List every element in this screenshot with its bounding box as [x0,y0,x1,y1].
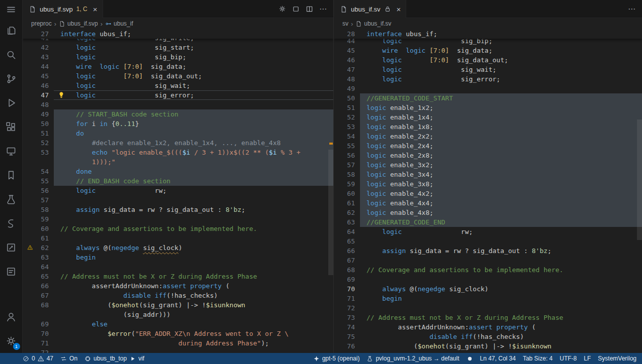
sticky-scroll-line[interactable]: 27interface ubus_if; [23,29,333,39]
line-number[interactable]: 59 [23,214,54,224]
code-line-76[interactable]: 76 ($onehot(sig_grant) |-> !$isunknown [334,341,642,351]
code-line-68[interactable]: 68// Coverage and assertions to be imple… [334,265,642,275]
line-number[interactable]: 66 [334,246,360,256]
line-number[interactable]: 52 [334,112,360,122]
code-line-72[interactable]: 72 [334,303,642,313]
line-number[interactable]: 64 [334,227,360,236]
code-line-55[interactable]: 55logic enable_2x4; [334,141,642,151]
activity-review[interactable] [0,260,23,284]
line-number[interactable]: 42 [23,43,54,52]
activity-edit-session[interactable] [0,235,23,260]
code-line-53[interactable]: 53logic enable_1x8; [334,122,642,132]
code-line-45[interactable]: 45 wire logic [7:0] sig_data; [334,46,642,55]
line-number[interactable]: 61 [23,233,54,243]
more-actions-button[interactable]: ⋯ [628,5,636,14]
line-number[interactable]: 52 [23,138,54,148]
code-area[interactable]: 41 logic sig_write;42 logic sig_start;43… [23,33,333,353]
activity-ribbon[interactable] [0,211,23,235]
close-icon[interactable]: × [397,5,401,14]
scrollbar-thumb[interactable] [637,119,642,240]
code-line-71[interactable]: 71 begin [334,294,642,303]
line-number[interactable] [23,157,54,167]
tab-ubus_if.sv[interactable]: ubus_if.sv × [334,0,406,18]
line-number[interactable]: 72 [23,348,54,353]
code-line-69[interactable]: 69 [334,275,642,284]
line-number[interactable]: 44 [23,62,54,71]
code-line-59[interactable]: 59 [23,214,333,224]
line-number[interactable]: 66 [23,281,54,291]
code-area[interactable]: 44 logic sig_bip;45 wire logic [7:0] sig… [334,36,642,351]
toggle-status-item[interactable]: On [57,353,81,364]
code-line-60[interactable]: 60logic enable_4x2; [334,189,642,198]
line-number[interactable]: 48 [334,74,360,84]
activity-run-and-debug[interactable] [0,91,23,115]
code-line-47[interactable]: 47 logic sig_wait; [334,65,642,74]
line-number[interactable]: 62 [334,208,360,217]
code-line-48[interactable]: 48 logic sig_error; [334,74,642,84]
language-status-item[interactable]: SystemVerilog [594,353,640,364]
code-line-45[interactable]: 45 logic [7:0] sig_data_out; [23,71,333,81]
code-line-70[interactable]: 70 always @(negedge sig_clock) [334,284,642,294]
close-icon[interactable]: × [93,5,98,14]
code-line-wrap[interactable]: (sig_addr))) [23,310,333,319]
line-number[interactable]: 68 [334,265,360,275]
line-number[interactable]: 58 [334,170,360,179]
line-number[interactable]: 63 [23,253,54,262]
scrollbar-thumb[interactable] [328,150,333,275]
line-number[interactable] [23,310,54,319]
activity-settings-gear[interactable]: 1 [0,329,23,353]
line-number[interactable]: 48 [23,100,54,109]
code-line-49[interactable]: 49 [334,84,642,93]
code-line-54[interactable]: 54logic enable_2x2; [334,132,642,141]
code-line-66[interactable]: 66 assign sig_data = rw ? sig_data_out :… [334,246,642,256]
code-line-66[interactable]: 66 assertAddrUnknown:assert property ( [23,281,333,291]
breadcrumb-item[interactable]: ubus_if.svp [59,20,98,27]
code-line-67[interactable]: 67 [334,256,642,265]
activity-account[interactable] [0,305,23,329]
line-number[interactable]: 74 [334,322,360,332]
code-line-50[interactable]: 50//GENERATED_CODE_START [334,93,642,103]
line-number[interactable]: 64 [23,262,54,272]
code-line-59[interactable]: 59logic enable_3x8; [334,179,642,189]
model-status-item[interactable]: gpt-5 (openai) [310,353,363,364]
code-line-72[interactable]: 72 [23,348,333,353]
code-line-73[interactable]: 73// Address must not be X or Z during A… [334,313,642,322]
line-number[interactable]: 49 [23,109,54,119]
code-line-60[interactable]: 60// Coverage and assertions to be imple… [23,224,333,233]
code-line-62[interactable]: 62logic enable_4x8; [334,208,642,217]
code-line-63[interactable]: 63 begin [23,253,333,262]
line-number[interactable]: 58 [23,205,54,214]
code-editor-left[interactable]: 41 logic sig_write;42 logic sig_start;43… [23,29,333,353]
code-line-58[interactable]: 58 assign sig_data = rw ? sig_data_out :… [23,205,333,214]
code-line-71[interactable]: 71 during Address Phase"); [23,338,333,348]
activity-remote-explorer[interactable] [0,139,23,163]
activity-extensions[interactable] [0,115,23,139]
line-number[interactable]: 55 [23,176,54,186]
line-number[interactable]: 69 [334,275,360,284]
tab-ubus_if.svp[interactable]: ubus_if.svp 1, C × [23,0,103,18]
line-number[interactable]: 68 [23,300,54,310]
line-number[interactable]: 70 [334,284,360,294]
code-line-67[interactable]: 67 disable iff(!has_checks) [23,291,333,300]
code-line-42[interactable]: 42 logic sig_start; [23,43,333,52]
line-number[interactable]: 63 [334,217,360,227]
code-editor-right[interactable]: 44 logic sig_bip;45 wire logic [7:0] sig… [334,29,642,353]
breadcrumb-item[interactable]: preproc [31,20,52,27]
code-line-62[interactable]: 62 always @(negedge sig_clock) [23,243,333,253]
code-line-64[interactable]: 64 logic rw; [334,227,642,236]
line-number[interactable]: 67 [23,291,54,300]
line-number[interactable]: 49 [334,84,360,93]
eol-status-item[interactable]: LF [580,353,594,364]
line-number[interactable]: 65 [23,272,54,281]
line-number[interactable]: 53 [23,148,54,157]
code-line-44[interactable]: 44 wire logic [7:0] sig_data; [23,62,333,71]
line-number[interactable]: 50 [23,119,54,129]
code-line-57[interactable]: 57 [23,195,333,205]
line-number[interactable]: 59 [334,179,360,189]
layout-box-button[interactable] [292,5,300,13]
line-number[interactable]: 70 [23,329,54,338]
code-line-68[interactable]: 68 ($onehot(sig_grant) |-> !$isunknown [23,300,333,310]
line-number[interactable]: 46 [334,55,360,65]
line-number[interactable]: 72 [334,303,360,313]
line-number[interactable]: 47 [334,65,360,74]
